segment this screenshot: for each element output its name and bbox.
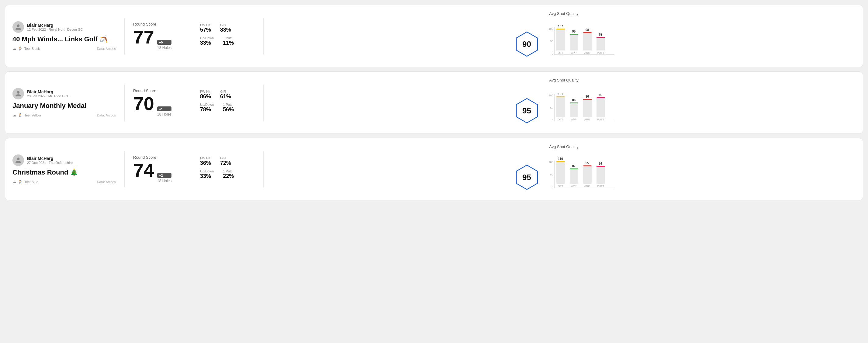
bar-group: 107OTT [556,25,565,55]
fw-hit-label: FW Hit [200,23,211,27]
date-course: 27 Dec 2021 · The Oxfordshire [27,161,73,164]
bar-value: 95 [586,161,589,165]
round-card: Blair McHarg29 Jan 2022 · Mill Ride GCCJ… [5,71,863,134]
bar-accent [596,166,605,167]
hexagon-container: 90 [514,31,540,58]
user-row: Blair McHarg12 Feb 2022 · Royal North De… [12,21,116,33]
round-card: Blair McHarg27 Dec 2021 · The Oxfordshir… [5,138,863,200]
stat-row-bottom: Up/Down33%1 Putt22% [200,169,255,179]
bar-value: 99 [599,93,602,97]
bar-accent [570,34,578,35]
bar-group: 110OTT [556,157,565,188]
fw-hit-value: 36% [200,160,211,166]
bag-icon: 🏌 [18,180,23,184]
round-score-label: Round Score [133,89,194,93]
bar-axis-label: ARG [584,185,590,188]
stat-row-top: FW Hit86%GIR61% [200,90,255,100]
score-number: 77 [133,28,154,46]
gir-value: 72% [220,160,231,166]
bar-axis-label: OTT [558,185,563,188]
section-divider-1 [124,18,125,55]
bar-group: 98ARG [583,28,592,55]
bar-background [556,29,565,51]
bar-accent [570,168,578,169]
round-title: Christmas Round 🎄 [12,168,116,176]
bar-background [556,96,565,117]
user-name: Blair McHarg [27,89,69,94]
user-info: Blair McHarg29 Jan 2022 · Mill Ride GCC [27,89,69,98]
stat-row-top: FW Hit36%GIR72% [200,156,255,166]
bar-group: 101OTT [556,92,565,121]
oneputt-label: 1 Putt [223,169,234,173]
quality-content: 95100500101OTT86APP96ARG99PUTT [514,94,615,127]
quality-content: 95100500110OTT87APP95ARG93PUTT [514,161,615,194]
round-left-section: Blair McHarg27 Dec 2021 · The Oxfordshir… [12,154,116,184]
user-info: Blair McHarg27 Dec 2021 · The Oxfordshir… [27,156,73,164]
data-source: Data: Arccos [97,114,116,117]
holes-text: 18 Holes [157,112,172,117]
tee-label: Tee: Yellow [24,114,41,117]
bar-value: 98 [586,28,589,32]
bar-group: 96ARG [583,95,592,121]
stat-row-top: FW Hit57%GIR83% [200,23,255,33]
section-divider-2 [263,85,264,121]
bar-value: 87 [572,164,576,168]
score-section: Round Score74+218 Holes [133,155,194,184]
fw-hit-value: 86% [200,93,211,100]
round-left-section: Blair McHarg29 Jan 2022 · Mill Ride GCCJ… [12,88,116,117]
bar-value: 82 [599,33,602,36]
bar-axis-label: PUTT [597,118,604,121]
gir-label: GIR [220,156,231,160]
bar-group: 82PUTT [596,33,605,55]
fw-hit-value: 57% [200,27,211,33]
bar-value: 86 [572,98,576,102]
user-name: Blair McHarg [27,23,83,28]
updown-label: Up/Down [200,169,214,173]
bar-background [570,102,578,117]
fw-hit-label: FW Hit [200,90,211,93]
avatar [12,21,24,33]
bar-background [596,37,605,51]
quality-section: Avg Shot Quality90100500107OTT95APP98ARG… [272,11,856,61]
bar-accent [556,161,565,162]
hexagon-container: 95 [514,164,540,191]
bar-background [556,161,565,184]
stat-row-bottom: Up/Down33%1 Putt11% [200,36,255,46]
user-row: Blair McHarg27 Dec 2021 · The Oxfordshir… [12,154,116,166]
score-badge-holes: +218 Holes [157,173,172,183]
stats-section: FW Hit86%GIR61%Up/Down78%1 Putt56% [200,90,255,116]
bar-value: 101 [558,92,563,96]
updown-label: Up/Down [200,36,214,40]
oneputt-value: 11% [223,40,234,46]
bar-accent [570,102,578,103]
bar-value: 93 [599,162,602,165]
oneputt-stat: 1 Putt22% [223,169,234,179]
bar-background [583,32,592,51]
hexagon-score: 95 [522,173,531,182]
bar-background [570,34,578,51]
updown-stat: Up/Down33% [200,169,214,179]
stats-section: FW Hit36%GIR72%Up/Down33%1 Putt22% [200,156,255,182]
hexagon-score: 95 [522,106,531,116]
round-left-section: Blair McHarg12 Feb 2022 · Royal North De… [12,21,116,51]
quality-label: Avg Shot Quality [549,11,579,16]
quality-section: Avg Shot Quality95100500110OTT87APP95ARG… [272,145,856,194]
fw-hit-stat: FW Hit86% [200,90,211,100]
score-number: 70 [133,94,154,113]
bar-group: 95APP [570,30,578,55]
section-divider-1 [124,85,125,121]
stats-section: FW Hit57%GIR83%Up/Down33%1 Putt11% [200,23,255,49]
fw-hit-stat: FW Hit57% [200,23,211,33]
gir-value: 61% [220,93,231,100]
gir-label: GIR [220,23,231,27]
oneputt-stat: 1 Putt56% [223,103,234,113]
updown-stat: Up/Down33% [200,36,214,46]
bar-group: 86APP [570,98,578,121]
bar-value: 96 [586,95,589,98]
tee-label: Tee: Black [24,47,40,51]
updown-label: Up/Down [200,103,214,106]
score-modifier-badge: -2 [157,106,172,111]
bar-value: 95 [572,30,576,33]
updown-stat: Up/Down78% [200,103,214,113]
bar-accent [583,165,592,166]
